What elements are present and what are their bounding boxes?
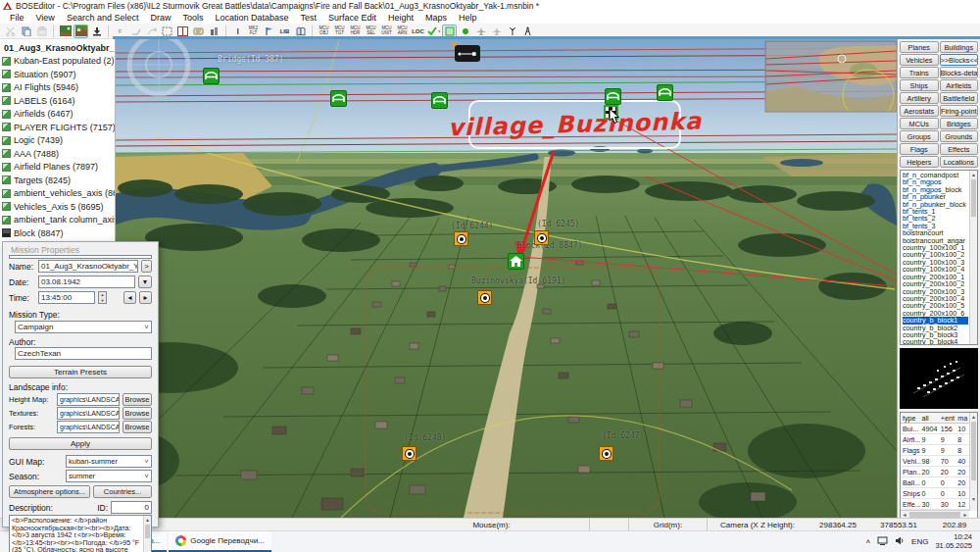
stats-scrollbar[interactable]: ▲▼: [969, 413, 977, 511]
category-airfields[interactable]: Airfields: [940, 79, 979, 91]
name-expand-button[interactable]: >: [141, 260, 152, 273]
season-select[interactable]: summer: [66, 470, 152, 482]
taskbar-app-google-translate[interactable]: Google Переводчи...: [169, 531, 271, 552]
description-scrollbar[interactable]: ▲▼: [143, 516, 151, 552]
stats-row[interactable]: Bui...490415610: [901, 424, 969, 434]
target-map-icon[interactable]: [534, 230, 549, 245]
tree-item-airfield-planes[interactable]: Airfield Planes (7897): [2, 161, 115, 175]
tree-item-labels[interactable]: LABELS (6164): [2, 94, 115, 108]
paste-icon[interactable]: [34, 25, 49, 38]
apply-button[interactable]: Apply: [9, 437, 152, 450]
3d-viewport[interactable]: village_Buzinonka Bridge(Id 387) (Id 624…: [116, 39, 897, 518]
tree-item-airfields[interactable]: Airfields (6467): [2, 108, 115, 122]
category-groups[interactable]: Groups: [900, 130, 939, 142]
copy-icon[interactable]: [19, 25, 33, 38]
category-flags[interactable]: Flags: [900, 143, 939, 155]
network-icon[interactable]: [877, 536, 888, 547]
bridge-map-icon[interactable]: [203, 68, 220, 84]
category-mcus[interactable]: MCUs: [900, 118, 939, 129]
forests-input[interactable]: graphics\LANDSCAPE_Kuba: [57, 421, 120, 433]
bridge-map-icon[interactable]: [330, 90, 347, 107]
date-picker-button[interactable]: ▾: [138, 276, 152, 288]
bridge-map-icon[interactable]: [605, 88, 621, 105]
category-vehicles[interactable]: Vehicles: [900, 54, 939, 66]
menu-draw[interactable]: Draw: [144, 13, 176, 23]
block-house-icon[interactable]: [508, 253, 524, 270]
category-battlefield[interactable]: Battlefield: [940, 92, 979, 104]
author-input[interactable]: CzechTexan: [15, 347, 152, 360]
category-aerostats[interactable]: Aerostats: [900, 105, 939, 117]
date-input[interactable]: 03.08.1942: [38, 276, 135, 288]
scroll-thumb[interactable]: [971, 179, 976, 217]
time-forward-button[interactable]: ▸: [139, 291, 152, 304]
tree-item-situation[interactable]: Situation (5907): [2, 68, 115, 81]
list-item[interactable]: country_b_block4: [903, 338, 968, 345]
object-stats-table[interactable]: type all +ent ma Bui...490415610 Airfi..…: [900, 412, 978, 519]
time-input[interactable]: 13:45:00: [38, 291, 95, 304]
category-trains[interactable]: Trains: [900, 67, 939, 78]
stats-row[interactable]: Vehi...987040: [901, 456, 969, 467]
bridge-map-icon[interactable]: [657, 84, 673, 101]
stats-header[interactable]: +ent: [941, 413, 957, 423]
stats-header[interactable]: ma: [957, 413, 969, 423]
stats-row[interactable]: Ball...0020: [901, 477, 969, 488]
volume-icon[interactable]: [895, 536, 905, 547]
route-link-icon[interactable]: [455, 45, 480, 62]
mission-properties-dialog[interactable]: Mission Properties Name: 01_Aug3_KrasnoO…: [2, 241, 159, 527]
block-3d-preview[interactable]: [900, 348, 978, 409]
list-scrollbar[interactable]: ▲: [969, 171, 977, 344]
height-map-input[interactable]: graphics\LANDSCAPE_Kuba: [57, 393, 120, 406]
tree-item-logic[interactable]: Logic (7439): [2, 134, 115, 148]
category-bridges[interactable]: Bridges: [940, 118, 979, 129]
stats-header[interactable]: type: [901, 413, 921, 423]
time-back-button[interactable]: ◂: [123, 291, 136, 304]
menu-surface-edit[interactable]: Surface Edit: [322, 13, 382, 23]
stats-row[interactable]: Ships0010: [901, 488, 969, 499]
category-ships[interactable]: Ships: [900, 79, 939, 91]
category-artillery[interactable]: Artillery: [900, 92, 939, 104]
menu-file[interactable]: File: [4, 13, 30, 23]
tree-item-kuban-east[interactable]: Kuban-East populated (2): [2, 55, 115, 69]
description-textarea[interactable]: <b>Расположение: </b>район Краснооктябрь…: [9, 515, 152, 552]
bridge-map-icon[interactable]: [431, 92, 448, 109]
tree-item-ambient-tank-column[interactable]: ambient_tank column_axis_1 (8791): [2, 214, 115, 227]
tree-item-aaa[interactable]: AAA (7488): [2, 147, 115, 161]
tree-item-targets[interactable]: Targets (8245): [2, 174, 115, 187]
stats-header[interactable]: all: [921, 413, 940, 423]
menu-height[interactable]: Height: [382, 13, 419, 23]
menu-test[interactable]: Test: [295, 13, 323, 23]
category-effects[interactable]: Effects: [940, 143, 979, 155]
terrain-objects-view-icon[interactable]: [74, 25, 88, 38]
category-firing-point[interactable]: Firing-point: [940, 105, 979, 117]
menu-maps[interactable]: Maps: [419, 13, 453, 23]
language-indicator[interactable]: ENG: [911, 537, 928, 546]
target-map-icon[interactable]: [599, 446, 613, 461]
forests-browse-button[interactable]: Browse: [122, 421, 152, 433]
tree-item-ai-flights[interactable]: AI Flights (5946): [2, 81, 115, 95]
tree-item-block[interactable]: Block (8847): [2, 226, 115, 240]
tree-item-player-flights[interactable]: PLAYER FLIGHTS (7157): [2, 121, 115, 134]
tree-item-ambient-vehicles[interactable]: ambient_vehicles_axis (8629): [2, 187, 115, 201]
tree-root-item[interactable]: 01_Aug3_KrasnoOktyabr_Yak-1 (1): [2, 41, 115, 55]
menu-tools[interactable]: Tools: [176, 13, 209, 23]
scroll-up-icon[interactable]: ▲: [970, 171, 977, 178]
menu-help[interactable]: Help: [453, 13, 483, 23]
category-grounds[interactable]: Grounds: [940, 130, 979, 142]
tree-item-vehicles-axis[interactable]: Vehicles_Axis 5 (8695): [2, 200, 115, 214]
block-type-list[interactable]: bf_n_comandpost bf_n_mgpos bf_n_mgpos_bl…: [900, 170, 978, 345]
menu-view[interactable]: View: [30, 13, 61, 23]
target-map-icon[interactable]: [402, 446, 416, 461]
gui-map-select[interactable]: kuban-summer: [66, 455, 152, 468]
time-spinner[interactable]: ▲▼: [98, 291, 107, 304]
stats-row[interactable]: Airfi...998: [901, 434, 969, 445]
category-locations[interactable]: Locations: [940, 156, 979, 168]
category-helpers[interactable]: Helpers: [900, 156, 939, 168]
category-blocks-selected[interactable]: >>Blocks<<: [940, 54, 979, 66]
tray-expand-icon[interactable]: ˄: [865, 537, 870, 546]
taskbar-clock[interactable]: 10:24 31.05.2025: [935, 533, 972, 550]
mission-name-input[interactable]: 01_Aug3_KrasnoOktyabr_Yak-1: [38, 260, 138, 273]
menu-search-and-select[interactable]: Search and Select: [61, 13, 145, 23]
height-map-browse-button[interactable]: Browse: [122, 393, 152, 406]
target-map-icon[interactable]: [454, 231, 468, 246]
id-input[interactable]: 0: [111, 501, 152, 514]
